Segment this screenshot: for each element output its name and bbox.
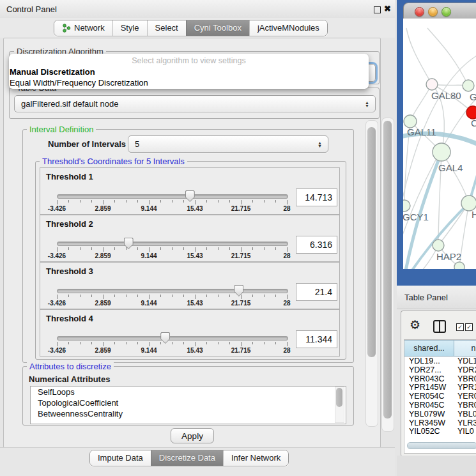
panel-scrollbar-thumb[interactable]	[383, 121, 392, 418]
tick-mark	[172, 295, 173, 297]
attribute-list-item[interactable]: SelfLoops	[31, 387, 346, 397]
threshold-value-field[interactable]: 6.316	[296, 236, 337, 254]
threshold-value-field[interactable]: 21.4	[296, 283, 337, 301]
threshold-slider[interactable]	[57, 194, 288, 199]
bottom-tab-group: Impute Data Discretize Data Infer Networ…	[89, 450, 289, 466]
tick-mark	[229, 295, 230, 297]
threshold-label: Threshold 3	[46, 266, 93, 276]
tick-mark	[126, 295, 127, 297]
tick-mark	[195, 295, 196, 299]
network-canvas[interactable]: GAL80 GA C GAL11 GAL4 GCY1 H HAP2	[403, 19, 476, 269]
tick-mark	[275, 247, 276, 250]
table-row[interactable]: YPR145WYPR1	[404, 383, 476, 392]
node-label-gal80: GAL80	[431, 90, 461, 101]
control-panel-titlebar: Control Panel ✖	[0, 0, 395, 19]
threshold-value-field[interactable]: 14.713	[296, 188, 337, 206]
tick-label: 21.715	[231, 300, 251, 307]
tick-label: 2.859	[95, 205, 111, 212]
right-footer-area	[397, 456, 476, 476]
tick-label: 28	[283, 252, 290, 259]
column-header-name[interactable]: n	[454, 340, 476, 357]
cell-shared-name: YBL079W	[409, 410, 445, 418]
tick-mark	[252, 247, 253, 250]
tab-discretize-data[interactable]: Discretize Data	[151, 450, 223, 466]
threshold-slider[interactable]	[57, 336, 288, 341]
threshold-row: Threshold 3 -3.4262.8599.14415.4321.7152…	[40, 262, 340, 309]
tick-mark	[68, 342, 69, 344]
tick-label: -3.426	[48, 252, 66, 259]
panel-scrollbar[interactable]	[381, 118, 394, 432]
node-label-hap2: HAP2	[436, 251, 461, 262]
table-row[interactable]: YDR27...YDR2	[404, 365, 476, 374]
numerical-attributes-list[interactable]: SelfLoopsTopologicalCoefficientBetweenne…	[30, 386, 346, 424]
panel-title: Control Panel	[6, 4, 57, 14]
list-scrollbar-thumb[interactable]	[336, 388, 342, 407]
columns-icon[interactable]	[433, 320, 446, 333]
attribute-list-item[interactable]: TopologicalCoefficient	[31, 397, 346, 408]
node-gal4[interactable]	[433, 143, 450, 161]
close-traffic-light-icon[interactable]	[415, 7, 424, 17]
threshold-slider[interactable]	[57, 242, 288, 246]
threshold-value-field[interactable]: 11.344	[296, 330, 337, 348]
close-icon[interactable]: ✖	[384, 4, 391, 13]
attribute-list-item[interactable]: BetweennessCentrality	[31, 408, 346, 419]
cell-name: YBL0	[457, 410, 476, 418]
node-gal80[interactable]	[426, 79, 438, 90]
zoom-traffic-light-icon[interactable]	[441, 7, 451, 17]
cell-name: YLR3	[457, 418, 476, 427]
node-bottom[interactable]	[454, 262, 464, 269]
content-scrollbar-thumb[interactable]	[367, 127, 376, 357]
gear-icon[interactable]: ⚙︎	[410, 319, 420, 331]
tab-infer-network[interactable]: Infer Network	[223, 450, 288, 466]
tick-mark	[114, 295, 115, 297]
minimize-traffic-light-icon[interactable]	[428, 7, 438, 17]
algorithm-option-manual[interactable]: Manual Discretization	[10, 67, 95, 77]
node-label-gal11: GAL11	[407, 127, 436, 137]
tab-style[interactable]: Style	[112, 20, 147, 36]
table-row[interactable]: YIL052CYIL0	[404, 427, 476, 436]
threshold-slider[interactable]	[57, 289, 288, 293]
tab-select[interactable]: Select	[147, 20, 186, 36]
apply-button[interactable]: Apply	[171, 428, 214, 443]
checkbox-icon[interactable]: ✓	[456, 323, 464, 331]
slider-scale: -3.4262.8599.14415.4321.71528	[57, 342, 287, 355]
tab-jactivemnodules[interactable]: jActiveMNodules	[249, 20, 327, 36]
tick-mark	[80, 295, 81, 297]
tab-network[interactable]: Network	[54, 20, 112, 36]
table-row[interactable]: YBL079WYBL0	[404, 410, 476, 418]
tick-mark	[287, 200, 288, 204]
tab-discretize-data-label: Discretize Data	[159, 453, 215, 463]
content-scrollbar[interactable]	[365, 120, 378, 427]
node-red-selected[interactable]	[466, 106, 476, 119]
table-row[interactable]: YLR345WYLR3	[404, 418, 476, 427]
node-hap2[interactable]	[433, 240, 444, 251]
node-gal11[interactable]	[404, 115, 417, 128]
tick-mark	[275, 200, 276, 203]
tick-mark	[218, 342, 219, 344]
node-gcy1[interactable]	[403, 200, 410, 211]
checkbox-icon[interactable]: ✓	[465, 323, 473, 331]
float-window-icon[interactable]	[374, 6, 381, 13]
tick-label: 2.859	[95, 347, 111, 354]
table-horizontal-scrollbar[interactable]	[407, 442, 476, 449]
node-label-partial-low: H	[472, 209, 476, 220]
algorithm-option-equal-width[interactable]: Equal Width/Frequency Discretization	[10, 78, 148, 88]
node-partial-top[interactable]	[463, 80, 474, 91]
tab-cyni-toolbox[interactable]: Cyni Toolbox	[186, 20, 249, 36]
num-intervals-combobox[interactable]: 5 ▲▼	[128, 135, 328, 153]
node-table[interactable]: shared... n YDL19...YDL1YDR27...YDR2YBR0…	[404, 339, 476, 454]
combo-arrows-icon: ▲▼	[317, 141, 323, 148]
tab-impute-data[interactable]: Impute Data	[90, 450, 151, 466]
table-row[interactable]: YBR045CYBR0	[404, 401, 476, 410]
tick-mark	[137, 200, 138, 203]
attributes-group-label: Attributes to discretize	[27, 362, 114, 371]
table-row[interactable]: YDL19...YDL1	[404, 357, 476, 365]
table-data-combobox[interactable]: galFiltered.sif default node ▲▼	[14, 95, 376, 112]
tick-mark	[241, 342, 242, 346]
table-row[interactable]: YER054CYER0	[404, 392, 476, 401]
list-scrollbar[interactable]	[335, 387, 344, 423]
tick-label: 21.715	[231, 347, 251, 354]
tick-mark	[57, 295, 58, 299]
column-header-shared[interactable]: shared...	[404, 340, 454, 357]
table-row[interactable]: YBR043CYBR0	[404, 374, 476, 383]
